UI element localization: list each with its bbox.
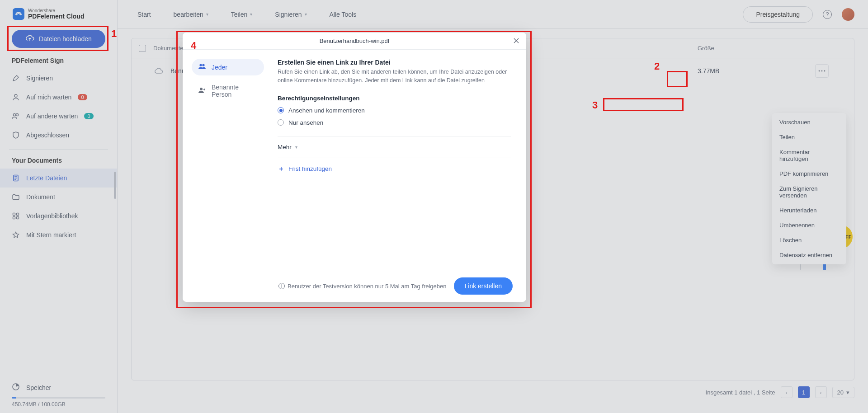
radio-view-only[interactable]: Nur ansehen — [278, 119, 511, 126]
modal-close-button[interactable] — [513, 37, 521, 45]
radio-icon — [278, 119, 284, 126]
plus-icon: ＋ — [278, 165, 285, 173]
modal-tab-named[interactable]: Benannte Person — [192, 79, 264, 103]
people-icon — [198, 63, 206, 71]
close-icon — [513, 37, 520, 44]
modal-title: Benutzerhandbuch-win.pdf — [320, 38, 390, 44]
svg-point-13 — [202, 64, 204, 66]
modal-link-title: Erstellen Sie einen Link zu Ihrer Datei — [278, 59, 511, 66]
svg-point-14 — [200, 88, 203, 90]
create-link-button[interactable]: Link erstellen — [454, 277, 513, 295]
svg-point-12 — [199, 64, 202, 66]
modal-link-desc: Rufen Sie einen Link ab, den Sie mit and… — [278, 68, 511, 85]
add-deadline-button[interactable]: ＋ Frist hinzufügen — [278, 165, 511, 173]
chevron-down-icon: ▾ — [295, 145, 297, 150]
info-icon: i — [278, 283, 285, 289]
radio-view-comment[interactable]: Ansehen und kommentieren — [278, 107, 511, 114]
trial-info: i Benutzer der Testversion können nur 5 … — [278, 283, 446, 290]
modal-tab-everyone[interactable]: Jeder — [192, 59, 264, 75]
share-modal: Benutzerhandbuch-win.pdf Jeder Benannte … — [183, 33, 526, 302]
person-add-icon — [198, 87, 206, 95]
permissions-label: Berechtigungseinstellungen — [278, 95, 511, 102]
more-toggle[interactable]: Mehr ▾ — [278, 144, 511, 150]
radio-icon — [278, 107, 284, 113]
